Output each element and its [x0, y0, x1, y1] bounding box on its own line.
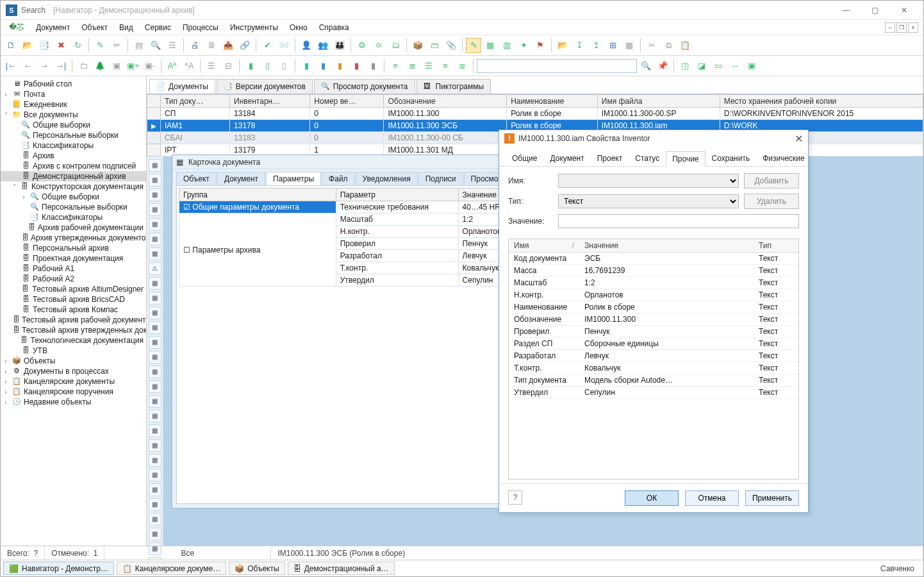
minimize-button[interactable]: —	[832, 1, 861, 19]
doc-tab[interactable]: 🔍Просмотр документа	[314, 79, 415, 94]
grid-header[interactable]: Обозначение	[384, 95, 507, 108]
side-icon[interactable]: ▦	[149, 454, 161, 467]
prop-row[interactable]: ОбозначениеIM1000.11.300Текст	[509, 314, 798, 326]
apply-button[interactable]: Применить	[745, 490, 799, 506]
card-tab[interactable]: Объект	[176, 172, 217, 185]
col2-icon[interactable]: ▯	[260, 58, 275, 74]
view1-icon[interactable]: ☰	[204, 58, 219, 74]
side-icon[interactable]: ▦	[149, 218, 161, 231]
link-icon[interactable]: 🔗	[237, 38, 252, 53]
doc-tab[interactable]: 🖼Пиктограммы	[417, 79, 491, 94]
side-icon[interactable]: ▦	[149, 483, 161, 496]
side-icon[interactable]: ▦	[149, 513, 161, 526]
tree-node[interactable]: 🗄Технологическая документация	[1, 335, 146, 346]
side-icon[interactable]: ▦	[149, 306, 161, 319]
table-icon[interactable]: ▦	[622, 38, 637, 53]
grid-header[interactable]: Номер ве…	[310, 95, 384, 108]
c5-icon[interactable]: ▮	[365, 58, 381, 74]
c1-icon[interactable]: ▮	[299, 58, 314, 74]
dialog-tab[interactable]: Проект	[591, 151, 629, 166]
close-button[interactable]: ✕	[889, 1, 918, 19]
taskbar-item[interactable]: 🗄Демонстрационный а…	[288, 562, 395, 575]
prop-row[interactable]: Масса16,7691239Текст	[509, 265, 798, 277]
side-icon[interactable]: ▦	[149, 203, 161, 216]
nav-tree[interactable]: 🖥Рабочий стол›✉Почта📒Ежедневник˅📁Все док…	[1, 76, 147, 546]
proc2-icon[interactable]: ⛭	[371, 38, 386, 53]
mdi-restore-icon[interactable]: ❐	[896, 22, 907, 33]
sort-asc-icon[interactable]: ↧	[572, 38, 587, 53]
grid-header[interactable]: Место хранения рабочей копии	[720, 95, 923, 108]
card-tab[interactable]: Документ	[217, 172, 265, 185]
sel-minus-icon[interactable]: ▣-	[142, 58, 158, 74]
grid-header[interactable]: Инвентарн…	[230, 95, 310, 108]
side-icon[interactable]: ▦	[149, 277, 161, 290]
tree-node[interactable]: 🖥Рабочий стол	[1, 79, 146, 89]
card-tab[interactable]: Параметры	[266, 172, 321, 185]
align4-icon[interactable]: ≡	[438, 58, 453, 74]
tree-node[interactable]: 🔍Общие выборки	[1, 120, 146, 130]
side-icon[interactable]: ▦	[149, 395, 161, 408]
side-icon[interactable]: ▦	[149, 159, 161, 172]
tree-node[interactable]: 🗄Проектная документация	[1, 253, 146, 263]
tree-node[interactable]: 🗄Рабочий А2	[1, 274, 146, 284]
layout4-icon[interactable]: --	[727, 58, 743, 74]
tree-node[interactable]: 🗄Тестовый архив рабочей документации	[1, 315, 146, 325]
proc1-icon[interactable]: ⚙	[354, 38, 370, 53]
list-icon[interactable]: ☰	[165, 38, 180, 53]
menu-item[interactable]: Процессы	[177, 21, 224, 34]
menu-item[interactable]: Сервис	[139, 21, 177, 34]
prop-row[interactable]: УтвердилСепулинТекст	[509, 387, 798, 399]
form2-icon[interactable]: ▥	[499, 38, 515, 53]
card-tab[interactable]: Уведомления	[356, 172, 418, 185]
nav-first-icon[interactable]: |←	[3, 58, 19, 74]
copy-icon[interactable]: ⧉	[661, 38, 676, 53]
folder-icon[interactable]: 🗀	[76, 58, 91, 74]
dialog-tab[interactable]: Документ	[543, 151, 590, 166]
nav-next-icon[interactable]: →	[37, 58, 52, 74]
type-select[interactable]: Текст	[558, 194, 739, 208]
pin-icon[interactable]: 📌	[655, 58, 670, 74]
add-button[interactable]: Добавить	[744, 173, 799, 188]
prop-row[interactable]: Раздел СПСборочные единицыТекст	[509, 338, 798, 350]
tree-node[interactable]: 🗄Персональный архив	[1, 243, 146, 253]
tree-node[interactable]: 🗄УТВ	[1, 346, 146, 356]
dialog-tab[interactable]: Прочие	[666, 151, 705, 167]
ok-button[interactable]: ОК	[625, 490, 679, 506]
star-icon[interactable]: ✦	[516, 38, 531, 53]
search-icon[interactable]: 🔍	[148, 38, 163, 53]
menu-item[interactable]: Инструменты	[224, 21, 284, 34]
value-input[interactable]	[558, 214, 799, 228]
folder-open-icon[interactable]: 📂	[555, 38, 570, 53]
prop-row[interactable]: ПроверилПенчукТекст	[509, 326, 798, 338]
highlight-icon[interactable]: ✎	[466, 38, 481, 53]
prop-row[interactable]: Т.контр.КовальчукТекст	[509, 362, 798, 374]
az-icon[interactable]: Aᴬ	[165, 58, 180, 74]
mdi-close-icon[interactable]: ×	[908, 22, 918, 33]
pencil-icon[interactable]: ✏	[109, 38, 124, 53]
tree-node[interactable]: 🗄Архив рабочей документации	[1, 222, 146, 233]
props-list[interactable]: Имя /ЗначениеТип Код документаЭСБТекстМа…	[509, 239, 798, 399]
side-icon[interactable]: ▦	[149, 380, 161, 393]
tree-node[interactable]: 🗄Тестовый архив утвержденных документов	[1, 325, 146, 335]
nav-last-icon[interactable]: →|	[53, 58, 69, 74]
col1-icon[interactable]: ▮	[243, 58, 258, 74]
props-icon[interactable]: ▤	[131, 38, 147, 53]
side-icon[interactable]: ▦	[149, 321, 161, 334]
side-icon[interactable]: ▦	[149, 365, 161, 378]
menu-item[interactable]: Документ	[30, 21, 76, 34]
side-icon[interactable]: ▦	[149, 247, 161, 260]
prop-row[interactable]: Н.контр.ОрланотовТекст	[509, 289, 798, 301]
tree-node[interactable]: ›📋Канцелярские документы	[1, 376, 146, 387]
tree-node[interactable]: 🔍Персональные выборки	[1, 130, 146, 140]
maximize-button[interactable]: ▢	[861, 1, 889, 19]
layout2-icon[interactable]: ◪	[694, 58, 709, 74]
side-icon[interactable]: ▦	[149, 233, 161, 246]
tree-icon[interactable]: 🌲	[92, 58, 108, 74]
tree-node[interactable]: 🗄Тестовый архив AltiumDesigner	[1, 284, 146, 294]
align1-icon[interactable]: ≡	[388, 58, 403, 74]
tree-node[interactable]: 🗄Рабочий А1	[1, 263, 146, 274]
tree-node[interactable]: ˅🗄Конструкторская документация	[1, 181, 146, 192]
form1-icon[interactable]: ▦	[483, 38, 498, 53]
tree-node[interactable]: 🔍Персональные выборки	[1, 202, 146, 212]
layout5-icon[interactable]: ▣	[744, 58, 759, 74]
